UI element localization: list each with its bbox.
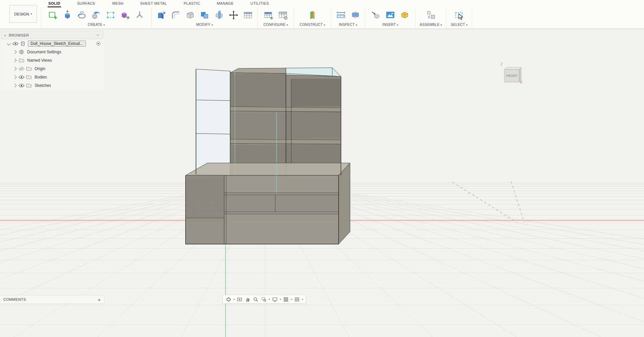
modify-menu[interactable]: MODIFY▾ <box>152 22 257 28</box>
chevron-down-icon[interactable]: ▾ <box>279 298 282 301</box>
construct-menu[interactable]: CONSTRUCT▾ <box>294 22 331 28</box>
browser-row-document-settings[interactable]: Document Settings <box>1 48 103 56</box>
expand-chevron-icon[interactable] <box>12 76 18 78</box>
orbit-icon[interactable] <box>225 296 233 303</box>
viewcube-front-face: FRONT <box>506 74 517 77</box>
viewports-icon[interactable] <box>293 296 301 303</box>
folder-icon <box>25 66 33 71</box>
configure-icon[interactable] <box>262 9 275 21</box>
folder-icon <box>18 58 25 62</box>
section-analysis-icon[interactable] <box>349 9 361 21</box>
chevron-down-icon: ▾ <box>103 23 105 26</box>
tab-utilities[interactable]: UTILITIES <box>250 0 269 7</box>
zoom-icon[interactable] <box>252 296 260 303</box>
browser-item-label[interactable]: Named Views <box>27 58 52 63</box>
display-settings-icon[interactable] <box>271 296 279 303</box>
configuration-table-icon[interactable] <box>277 9 289 21</box>
assemble-menu[interactable]: ASSEMBLE▾ <box>416 22 446 28</box>
browser-item-label[interactable]: Bodies <box>35 75 47 79</box>
group-assemble: ASSEMBLE▾ <box>415 7 446 28</box>
chevron-down-icon[interactable]: ▾ <box>290 298 293 301</box>
fillet-icon[interactable] <box>170 9 182 21</box>
chevron-down-icon[interactable]: ▾ <box>233 298 236 301</box>
pan-icon[interactable] <box>244 296 252 303</box>
measure-icon[interactable] <box>335 9 347 21</box>
chevron-down-icon: ▾ <box>324 23 325 26</box>
new-component-icon[interactable] <box>425 9 437 21</box>
design-workspace-dropdown[interactable]: DESIGN ▾ <box>9 5 37 23</box>
revolve-icon[interactable] <box>76 9 88 21</box>
tab-plastic[interactable]: PLASTIC <box>183 0 201 7</box>
visibility-eye-off-icon[interactable] <box>18 67 25 71</box>
root-component-name[interactable]: Doll_House_Sketch_Extrud... <box>28 41 86 47</box>
new-body-icon[interactable] <box>119 9 131 21</box>
mouse-cursor <box>458 13 463 21</box>
chevron-down-icon: ▾ <box>466 23 467 26</box>
tab-manage[interactable]: MANAGE <box>216 0 234 7</box>
comments-bar[interactable]: COMMENTS + <box>0 295 104 304</box>
expand-chevron-icon[interactable] <box>12 51 18 53</box>
create-sketch-icon[interactable] <box>47 9 59 21</box>
toolbar-tabs: SOLID SURFACE MESH SHEET METAL PLASTIC M… <box>48 0 269 7</box>
configure-menu[interactable]: CONFIGURE▾ <box>258 22 294 28</box>
press-pull-icon[interactable] <box>155 9 167 21</box>
browser-row-sketches[interactable]: Sketches <box>1 81 103 90</box>
group-construct: CONSTRUCT▾ <box>294 7 331 28</box>
combine-icon[interactable] <box>199 9 211 21</box>
chevron-down-icon: ▾ <box>441 23 442 26</box>
split-body-icon[interactable] <box>213 9 225 21</box>
chevron-down-icon[interactable]: ▾ <box>268 298 271 301</box>
tab-mesh[interactable]: MESH <box>111 0 124 7</box>
sweep-icon[interactable] <box>90 9 102 21</box>
move-copy-icon[interactable] <box>228 9 240 21</box>
insert-menu[interactable]: INSERT▾ <box>365 22 415 28</box>
browser-item-label[interactable]: Sketches <box>35 83 51 88</box>
minimize-panel-icon[interactable]: − <box>95 33 100 38</box>
chevron-down-icon[interactable]: ▾ <box>301 298 304 301</box>
browser-item-label[interactable]: Origin <box>35 66 45 71</box>
collapse-panel-icon[interactable]: « <box>4 33 6 37</box>
expand-chevron-icon[interactable] <box>12 84 18 87</box>
chevron-down-icon: ▾ <box>211 23 213 26</box>
look-at-icon[interactable] <box>236 296 244 303</box>
activate-component-radio[interactable] <box>96 41 101 46</box>
form-icon[interactable] <box>134 9 146 21</box>
browser-title: BROWSER <box>9 33 95 37</box>
window-zoom-icon[interactable] <box>260 296 268 303</box>
visibility-eye-icon[interactable] <box>12 42 19 46</box>
expand-chevron-icon[interactable] <box>12 59 18 62</box>
toolbar-groups: CREATE▾ MODIFY▾ <box>41 7 472 28</box>
expand-chevron-icon[interactable] <box>12 67 18 70</box>
create-menu[interactable]: CREATE▾ <box>41 22 151 28</box>
browser-row-bodies[interactable]: Bodies <box>1 73 103 81</box>
visibility-eye-icon[interactable] <box>18 75 25 79</box>
visibility-eye-icon[interactable] <box>18 83 25 88</box>
inspect-menu[interactable]: INSPECT▾ <box>331 22 365 28</box>
chevron-down-icon: ▾ <box>397 23 398 26</box>
insert-derive-icon[interactable] <box>370 9 382 21</box>
tab-surface[interactable]: SURFACE <box>77 0 96 7</box>
doll-house-body[interactable] <box>186 68 350 244</box>
select-menu[interactable]: SELECT▾ <box>446 22 472 28</box>
add-comment-icon[interactable]: + <box>98 297 101 302</box>
browser-item-label[interactable]: Document Settings <box>27 50 61 54</box>
tab-sheet-metal[interactable]: SHEET METAL <box>140 0 168 7</box>
construction-plane-icon[interactable] <box>306 9 318 21</box>
grid-display-icon[interactable] <box>282 296 290 303</box>
folder-icon <box>25 83 33 88</box>
shell-icon[interactable] <box>184 9 196 21</box>
chevron-down-icon: ▾ <box>356 23 357 26</box>
expand-chevron-icon[interactable] <box>6 42 12 45</box>
component-icon <box>19 41 27 46</box>
insert-mcmaster-icon[interactable] <box>399 9 411 21</box>
change-parameters-icon[interactable] <box>242 9 254 21</box>
browser-header: « BROWSER − <box>1 31 103 39</box>
browser-row-named-views[interactable]: Named Views <box>1 56 103 64</box>
tab-solid[interactable]: SOLID <box>48 0 61 7</box>
extrude-icon[interactable] <box>61 9 73 21</box>
canvas-icon[interactable] <box>384 9 396 21</box>
view-cube[interactable]: Z FRONT X <box>499 61 526 88</box>
browser-row-origin[interactable]: Origin <box>1 64 103 73</box>
browser-row-root-component[interactable]: Doll_House_Sketch_Extrud... <box>1 39 103 48</box>
pattern-icon[interactable] <box>105 9 117 21</box>
